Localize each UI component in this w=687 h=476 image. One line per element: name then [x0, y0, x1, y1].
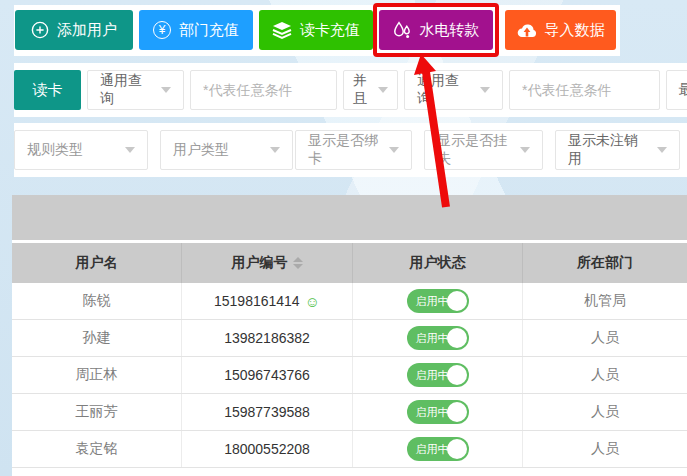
layers-icon [272, 21, 292, 39]
yen-circle-icon: ¥ [153, 21, 171, 39]
table-body: 陈锐 15198161414 ☺ 启用中 机管局 孙建 13982186382 … [12, 283, 687, 468]
status-toggle[interactable]: 启用中 [407, 400, 469, 424]
toggle-knob [447, 365, 467, 385]
chevron-down-icon [389, 147, 399, 153]
read-card-button[interactable]: 读卡 [14, 70, 81, 110]
droplets-icon [393, 21, 412, 39]
not-cancelled-select[interactable]: 显示未注销用 [555, 130, 680, 170]
chevron-down-icon [270, 147, 280, 153]
table-toolbar-band [12, 195, 687, 240]
import-data-button[interactable]: 导入数据 [505, 10, 616, 50]
cloud-upload-icon [517, 23, 537, 38]
cell-usernumber: 13982186382 [182, 320, 353, 356]
add-user-label: 添加用户 [57, 21, 117, 40]
truncated-control[interactable]: 最 [666, 70, 687, 110]
toggle-knob [447, 291, 467, 311]
cell-username: 孙建 [12, 320, 182, 356]
card-recharge-button[interactable]: 读卡充值 [259, 10, 373, 50]
condition-input-2-wrap [509, 70, 660, 110]
cell-userstatus: 启用中 [353, 357, 523, 393]
cell-department: 人员 [523, 357, 687, 393]
chevron-down-icon [378, 87, 388, 93]
table-header-row: 用户名 用户编号 用户状态 所在部门 [12, 243, 687, 283]
query-type-select-1-value: 通用查询 [100, 72, 153, 108]
and-or-select[interactable]: 并且 [343, 70, 398, 110]
card-bound-select[interactable]: 显示是否绑卡 [295, 130, 412, 170]
query-type-select-2[interactable]: 通用查询 [404, 70, 503, 110]
column-header-department: 所在部门 [523, 243, 687, 283]
import-data-label: 导入数据 [545, 21, 605, 40]
cell-department: 人员 [523, 394, 687, 430]
chevron-down-icon [657, 147, 667, 153]
rule-type-select-value: 规则类型 [27, 141, 83, 159]
table-row: 陈锐 15198161414 ☺ 启用中 机管局 [12, 283, 687, 320]
cell-username: 陈锐 [12, 283, 182, 319]
cell-department: 机管局 [523, 283, 687, 319]
table-row: 孙建 13982186382 启用中 人员 [12, 320, 687, 357]
query-type-select-2-value: 通用查询 [417, 72, 472, 108]
card-lost-select[interactable]: 显示是否挂失 [424, 130, 543, 170]
cell-username: 周正林 [12, 357, 182, 393]
query-type-select-1[interactable]: 通用查询 [87, 70, 184, 110]
table-row: 袁定铭 18000552208 启用中 人员 [12, 431, 687, 468]
cell-username: 袁定铭 [12, 431, 182, 467]
dept-recharge-label: 部门充值 [179, 21, 239, 40]
user-management-page: 添加用户 ¥ 部门充值 读卡充值 水电转款 导入数据 [0, 0, 687, 476]
column-header-userstatus: 用户状态 [353, 243, 523, 283]
table-row: 周正林 15096743766 启用中 人员 [12, 357, 687, 394]
cell-userstatus: 启用中 [353, 320, 523, 356]
chevron-down-icon [520, 147, 530, 153]
cell-username: 王丽芳 [12, 394, 182, 430]
chevron-down-icon [125, 147, 135, 153]
status-toggle[interactable]: 启用中 [407, 289, 469, 313]
condition-input-1[interactable] [191, 71, 336, 109]
status-toggle[interactable]: 启用中 [407, 326, 469, 350]
column-header-usernumber: 用户编号 [182, 243, 353, 283]
table-row: 王丽芳 15987739588 启用中 人员 [12, 394, 687, 431]
toggle-knob [447, 402, 467, 422]
chevron-down-icon [161, 87, 171, 93]
cell-userstatus: 启用中 [353, 394, 523, 430]
cell-usernumber: 15198161414 ☺ [182, 283, 353, 319]
user-type-select[interactable]: 用户类型 [160, 130, 293, 170]
add-user-button[interactable]: 添加用户 [15, 10, 133, 50]
cell-userstatus: 启用中 [353, 431, 523, 467]
user-type-select-value: 用户类型 [173, 141, 229, 159]
toggle-knob [447, 328, 467, 348]
dept-recharge-button[interactable]: ¥ 部门充值 [139, 10, 253, 50]
cell-usernumber: 15987739588 [182, 394, 353, 430]
status-toggle[interactable]: 启用中 [407, 363, 469, 387]
rule-type-select[interactable]: 规则类型 [14, 130, 148, 170]
plus-circle-icon [31, 21, 49, 39]
cell-userstatus: 启用中 [353, 283, 523, 319]
cell-usernumber: 15096743766 [182, 357, 353, 393]
user-table: 用户名 用户编号 用户状态 所在部门 陈锐 15198161414 ☺ 启用中 [12, 195, 687, 476]
truncated-control-label: 最 [679, 81, 687, 99]
card-recharge-label: 读卡充值 [300, 21, 360, 40]
card-lost-select-value: 显示是否挂失 [437, 132, 512, 168]
condition-input-1-wrap [190, 70, 337, 110]
and-or-select-value: 并且 [353, 72, 370, 108]
smiley-icon: ☺ [305, 294, 320, 309]
cell-department: 人员 [523, 431, 687, 467]
utility-transfer-label: 水电转款 [420, 21, 480, 40]
not-cancelled-select-value: 显示未注销用 [568, 132, 649, 168]
status-toggle[interactable]: 启用中 [407, 437, 469, 461]
cell-department: 人员 [523, 320, 687, 356]
sort-icon[interactable] [293, 257, 303, 269]
column-header-username: 用户名 [12, 243, 182, 283]
condition-input-2[interactable] [510, 71, 659, 109]
card-bound-select-value: 显示是否绑卡 [308, 132, 381, 168]
chevron-down-icon [480, 87, 490, 93]
toggle-knob [447, 439, 467, 459]
utility-transfer-button[interactable]: 水电转款 [379, 10, 493, 50]
cell-usernumber: 18000552208 [182, 431, 353, 467]
